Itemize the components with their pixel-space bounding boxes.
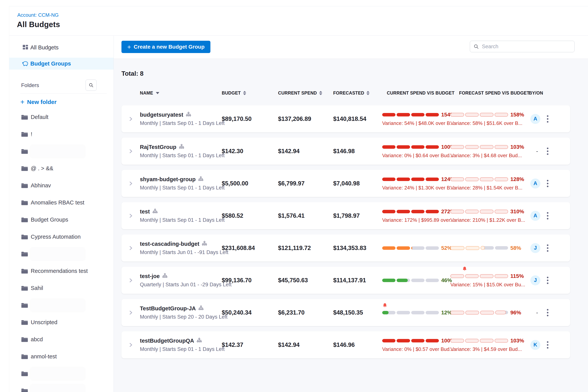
expand-chevron-icon[interactable] [122,181,140,186]
folder-item[interactable]: Anomalies RBAC test [9,194,114,211]
folder-item[interactable]: @ . > && [9,160,114,177]
row-menu-kebab-icon[interactable] [545,113,550,124]
budget-group-name[interactable]: test [140,208,150,215]
forecast-spend-bar [450,145,508,149]
current-spend-amount: $137,206.89 [275,116,330,122]
row-menu-kebab-icon[interactable] [545,307,550,318]
current-spend-vs-budget-cell: 46% [382,277,450,284]
new-folder-button[interactable]: + New folder [20,98,114,106]
row-menu-kebab-icon[interactable] [545,242,550,254]
row-menu-kebab-icon[interactable] [545,275,550,286]
expand-chevron-icon[interactable] [122,213,140,218]
budget-group-row[interactable]: TestBudgetGroup-JA Monthly | Starts Sep … [122,299,570,326]
row-menu-kebab-icon[interactable] [545,146,550,157]
forecast-spend-vs-budget-cell: 96% [450,310,526,316]
budget-group-row[interactable]: testBudgetGroupQA Monthly | Starts Sep 0… [122,331,570,358]
folder-item[interactable]: Budget Groups [9,211,114,228]
folder-name: Sahil [31,285,43,291]
forecast-spend-bar [450,311,508,314]
budget-group-name[interactable]: testBudgetGroupQA [140,338,194,344]
expand-chevron-icon[interactable] [122,278,140,283]
row-menu-kebab-icon[interactable] [545,210,550,221]
forecast-spend-vs-budget-cell: 103%Variance: 3% | $4.59 over Bud... [450,338,526,352]
current-spend-bar [382,311,439,314]
expand-chevron-icon[interactable] [122,310,140,315]
variance-text: Variance: 54% | $48.0K over B... [382,120,450,126]
budget-group-name[interactable]: budgetsuryatest [140,112,183,118]
column-header-current-spend[interactable]: CURRENT SPEND [275,90,330,96]
avatar[interactable]: K [530,340,540,350]
sidebar-item-budget-groups[interactable]: Budget Groups [9,58,114,70]
folder-search-button[interactable] [86,80,97,91]
budget-schedule: Monthly | Starts Sep 01 - 1 Days Left [140,152,218,158]
piggy-bank-icon [21,60,30,67]
budget-amount: $231,608.84 [218,244,275,252]
folder-item[interactable] [9,143,114,160]
folder-item[interactable]: anmol-test [9,348,114,365]
expand-chevron-icon[interactable] [122,116,140,122]
forecast-spend-bar [450,274,508,278]
folder-item[interactable] [9,382,114,392]
forecasted-amount: $114,137.91 [330,277,382,284]
budget-group-name[interactable]: shyam-budget-group [140,176,196,182]
folder-item[interactable]: Recommendations test [9,262,114,280]
variance-text: Variance: 172% | $995.89 over... [382,217,450,223]
bar-percent-label: 115% [510,273,524,279]
budget-group-row[interactable]: RajTestGroup Monthly | Starts Sep 01 - 1… [122,138,570,165]
by-on-empty: - [533,309,538,316]
account-breadcrumb[interactable]: Account: CCM-NG [17,12,58,18]
budget-group-name[interactable]: TestBudgetGroup-JA [140,305,196,312]
forecasted-amount: $134,353.83 [330,244,382,252]
row-menu-kebab-icon[interactable] [545,178,550,189]
sidebar-item-all-budgets[interactable]: All Budgets [9,42,114,54]
budget-group-row[interactable]: test-joe Quarterly | Starts Jun 01 - -29… [122,267,570,294]
folder-item[interactable]: Sahil [9,280,114,297]
folder-name: Anomalies RBAC test [31,200,84,206]
budget-group-name[interactable]: test-cascading-budget [140,241,199,247]
redacted-folder-name [31,368,84,380]
avatar[interactable]: J [530,243,540,253]
column-header-forecasted[interactable]: FORECASTED [330,90,382,96]
folder-icon [21,166,29,172]
by-on-cell: J [526,275,545,285]
folder-item[interactable] [9,297,114,314]
budget-group-row[interactable]: test Monthly | Starts Sep 01 - 1 Days Le… [122,202,570,229]
avatar[interactable]: J [530,275,540,285]
budget-group-row[interactable]: shyam-budget-group Monthly | Starts Sep … [122,170,570,197]
folder-item[interactable]: abcd [9,331,114,348]
folder-name: abcd [31,336,43,342]
budget-group-row[interactable]: budgetsuryatest Monthly | Starts Sep 01 … [122,105,570,132]
folder-item[interactable] [9,246,114,262]
folder-item[interactable]: ! [9,126,114,143]
folder-item[interactable]: Abhinav [9,177,114,194]
budget-group-row[interactable]: test-cascading-budget Monthly | Starts J… [122,234,570,262]
folder-item[interactable] [9,365,114,382]
avatar[interactable]: A [530,211,540,221]
folder-icon [21,217,29,223]
folder-item[interactable]: Default [9,108,114,126]
search-input[interactable] [482,44,574,50]
column-header-budget[interactable]: BUDGET [218,90,275,96]
variance-text: Variance: 24% | $1.30K over B... [382,185,450,191]
expand-chevron-icon[interactable] [122,246,140,251]
folder-name: Unscripted [31,319,58,326]
forecast-spend-bar [450,210,508,214]
folders-section-title: Folders [21,82,39,88]
forecasted-amount: $146.98 [330,148,382,155]
budget-group-name[interactable]: test-joe [140,273,160,280]
create-budget-group-button[interactable]: + Create a new Budget Group [122,41,210,53]
budget-amount: $142.37 [218,342,275,348]
avatar[interactable]: A [530,114,540,124]
avatar[interactable]: A [530,178,540,188]
expand-chevron-icon[interactable] [122,342,140,348]
column-header-name[interactable]: NAME [140,90,218,96]
expand-chevron-icon[interactable] [122,148,140,154]
folder-item[interactable]: Unscripted [9,314,114,331]
budget-group-name[interactable]: RajTestGroup [140,144,176,150]
toolbar: + Create a new Budget Group [114,36,588,59]
folder-icon [21,336,29,342]
folder-item[interactable]: Cypress Automation [9,228,114,246]
folder-name: Abhinav [31,182,51,189]
row-menu-kebab-icon[interactable] [545,339,550,350]
budget-schedule: Monthly | Starts Sep 20 - 20 Days Left [140,314,218,320]
